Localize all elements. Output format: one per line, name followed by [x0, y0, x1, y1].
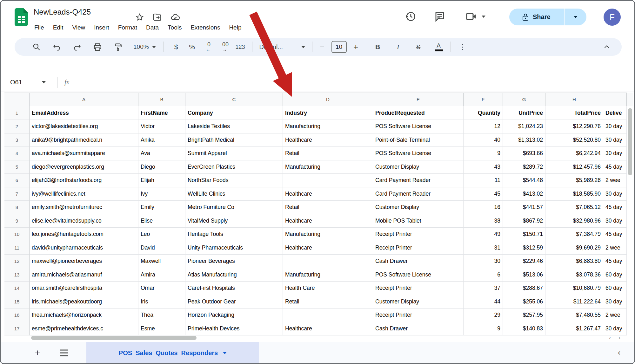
column-header[interactable]: B: [138, 93, 185, 106]
cell[interactable]: $12,290.76: [545, 120, 603, 133]
cell[interactable]: $140.83: [503, 322, 545, 336]
column-header[interactable]: C: [185, 93, 283, 106]
cell[interactable]: WellLife Clinics: [185, 187, 283, 201]
cell[interactable]: $1,024.23: [503, 120, 545, 133]
cell[interactable]: Receipt Printer: [373, 241, 464, 255]
star-icon[interactable]: [135, 13, 144, 22]
name-box[interactable]: O61: [1, 79, 46, 86]
cell[interactable]: Amira: [138, 268, 185, 282]
cell[interactable]: Anika: [138, 133, 185, 147]
cell[interactable]: $288.67: [503, 282, 545, 295]
cell[interactable]: Cash Drawer: [373, 322, 464, 336]
cell[interactable]: Diego: [138, 160, 185, 174]
row-header[interactable]: 13: [4, 268, 30, 282]
menu-tools[interactable]: Tools: [163, 23, 186, 32]
cell[interactable]: maxwell@pioneerbeverages: [30, 255, 138, 268]
cell[interactable]: Retail: [283, 147, 373, 160]
cell[interactable]: 30 day: [603, 147, 627, 160]
collapse-panel-icon[interactable]: ‹: [613, 346, 625, 359]
row-header[interactable]: 1: [4, 106, 30, 120]
cell[interactable]: $7,480.55: [545, 309, 603, 322]
row-header[interactable]: 7: [4, 187, 30, 201]
cell[interactable]: Quantity: [464, 106, 503, 120]
cell[interactable]: $1,313.02: [503, 133, 545, 147]
cell[interactable]: 29: [464, 309, 503, 322]
cell[interactable]: 60 day: [603, 268, 627, 282]
cell[interactable]: 30 day: [603, 214, 627, 228]
cell[interactable]: 45 day: [603, 228, 627, 241]
sheet-tab-caret-icon[interactable]: [223, 352, 227, 354]
vertical-scrollbar-thumb[interactable]: [628, 108, 632, 175]
cell[interactable]: PrimeHealth Devices: [185, 322, 283, 336]
cell[interactable]: $18,585.90: [545, 187, 603, 201]
cell[interactable]: Customer Display: [373, 160, 464, 174]
cell[interactable]: Retail: [283, 295, 373, 309]
cell[interactable]: Mobile POS Tablet: [373, 214, 464, 228]
decrease-decimal-button[interactable]: .0←: [200, 42, 217, 52]
cell[interactable]: Manufacturing: [283, 228, 373, 241]
cell[interactable]: Emily: [138, 201, 185, 214]
cell[interactable]: $32,980.96: [545, 214, 603, 228]
cell[interactable]: Esme: [138, 322, 185, 336]
cell[interactable]: $10,680.79: [545, 282, 603, 295]
row-header[interactable]: 4: [4, 147, 30, 160]
italic-button[interactable]: I: [391, 41, 405, 53]
cell[interactable]: 16: [464, 201, 503, 214]
cell[interactable]: 38: [464, 214, 503, 228]
menu-file[interactable]: File: [30, 23, 49, 32]
cell[interactable]: $693.66: [503, 147, 545, 160]
cell[interactable]: iris.michaels@peakoutdoorg: [30, 295, 138, 309]
cell[interactable]: FirstName: [138, 106, 185, 120]
cell[interactable]: $6,242.94: [545, 147, 603, 160]
print-icon[interactable]: [90, 41, 105, 53]
cell[interactable]: $7,065.12: [545, 201, 603, 214]
menu-view[interactable]: View: [68, 23, 90, 32]
column-header[interactable]: A: [30, 93, 138, 106]
column-header[interactable]: E: [373, 93, 464, 106]
cell[interactable]: omar.smith@carefirsthospita: [30, 282, 138, 295]
cell[interactable]: Receipt Printer: [373, 228, 464, 241]
row-header[interactable]: 16: [4, 309, 30, 322]
cell[interactable]: 30 day: [603, 187, 627, 201]
cell[interactable]: Heritage Tools: [185, 228, 283, 241]
cell[interactable]: $11,222.64: [545, 295, 603, 309]
cell[interactable]: $1,267.47: [545, 322, 603, 336]
cell[interactable]: Healthcare: [283, 241, 373, 255]
column-header[interactable]: D: [283, 93, 373, 106]
hide-menus-icon[interactable]: [603, 43, 610, 50]
cell[interactable]: Cash Drawer: [373, 255, 464, 268]
cell[interactable]: Customer Display: [373, 201, 464, 214]
increase-decimal-button[interactable]: .00→: [217, 42, 233, 52]
cell[interactable]: 2 wee: [603, 174, 627, 187]
cell[interactable]: 37: [464, 282, 503, 295]
increase-font-size-button[interactable]: +: [351, 41, 361, 53]
cell[interactable]: Manufacturing: [283, 268, 373, 282]
scroll-left-icon[interactable]: ‹: [606, 335, 614, 341]
comments-icon[interactable]: [431, 9, 449, 24]
vertical-scrollbar[interactable]: [627, 106, 633, 335]
cell[interactable]: POS Software License: [373, 268, 464, 282]
row-header[interactable]: 9: [4, 214, 30, 228]
font-size-input[interactable]: 10: [331, 41, 347, 53]
cell[interactable]: $867.92: [503, 214, 545, 228]
add-sheet-button[interactable]: +: [30, 346, 44, 360]
text-color-button[interactable]: A: [431, 41, 446, 53]
cell[interactable]: $413.02: [503, 187, 545, 201]
cell[interactable]: Peak Outdoor Gear: [185, 295, 283, 309]
cell[interactable]: esme@primehealthdevices.c: [30, 322, 138, 336]
cell[interactable]: leo.jones@heritagetools.com: [30, 228, 138, 241]
cell[interactable]: Horizon Packaging: [185, 309, 283, 322]
cell[interactable]: emily.smith@metrofurniturec: [30, 201, 138, 214]
cell[interactable]: Pioneer Beverages: [185, 255, 283, 268]
cell[interactable]: 43: [464, 160, 503, 174]
cell[interactable]: Thea: [138, 309, 185, 322]
cell[interactable]: 31: [464, 241, 503, 255]
cell[interactable]: diego@evergreenplastics.org: [30, 160, 138, 174]
row-header[interactable]: 5: [4, 160, 30, 174]
cell[interactable]: 45 day: [603, 201, 627, 214]
menu-data[interactable]: Data: [142, 23, 163, 32]
cell[interactable]: Healthcare: [283, 214, 373, 228]
cell[interactable]: 45 day: [603, 160, 627, 174]
search-icon[interactable]: [29, 41, 44, 53]
cell[interactable]: 2 wee: [603, 309, 627, 322]
